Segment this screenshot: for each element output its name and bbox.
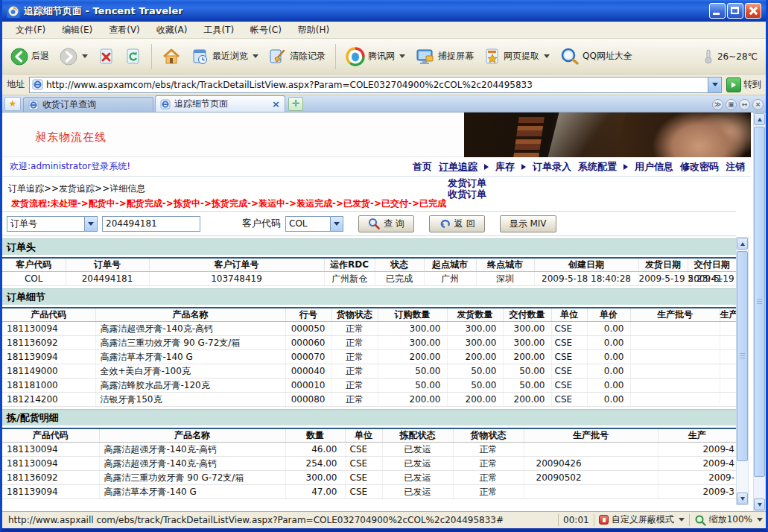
scroll-down-icon[interactable] [754, 498, 765, 510]
table-cell: 181181000 [2, 379, 95, 393]
nav-order-tracking[interactable]: 订单追踪 [439, 160, 477, 174]
forward-button[interactable] [56, 45, 92, 68]
table-cell: 181149000 [2, 364, 95, 379]
back-icon [10, 48, 28, 66]
recent-browse-button[interactable]: 最近浏览 [188, 45, 262, 68]
site-brand: 昶东物流在线 [35, 130, 107, 145]
new-tab-button[interactable]: ✛ [288, 97, 303, 111]
status-timer: 00:01 [563, 515, 589, 525]
tab-receive-order-query[interactable]: 收货订单查询 [23, 97, 153, 112]
column-header: 产品代码 [2, 428, 99, 443]
recent-dropdown-icon[interactable] [253, 54, 258, 58]
address-dropdown-icon[interactable] [708, 77, 721, 92]
query-button[interactable]: 查 询 [358, 215, 414, 232]
toolbar-separator [151, 44, 152, 69]
return-button[interactable]: 返 回 [429, 215, 485, 232]
tab-track-detail-page[interactable]: 追踪细节页面 × [155, 95, 285, 112]
address-input-box[interactable] [29, 77, 722, 93]
close-button[interactable] [745, 3, 761, 19]
table-cell: CSE [551, 322, 587, 336]
menu-favorites[interactable]: 收藏(A) [149, 22, 195, 38]
menu-account[interactable]: 帐号(C) [243, 22, 289, 38]
table-cell: 高露洁超强牙膏-140克-高钙 [99, 443, 285, 457]
clear-history-button[interactable]: 清除记录 [265, 45, 329, 68]
title-bar[interactable]: 追踪细节页面 - Tencent Traveler [2, 0, 766, 22]
tab-page-icon [28, 100, 39, 110]
nav-logout[interactable]: 注销 [726, 160, 745, 174]
page-extract-button[interactable]: 网页提取 [480, 45, 553, 68]
scrollbar-thumb[interactable] [737, 251, 748, 461]
table-cell [720, 350, 736, 364]
page-scrollbar[interactable] [753, 113, 766, 511]
nav-arrow-icon [484, 164, 489, 170]
select-dropdown-icon[interactable] [84, 217, 97, 231]
table-cell [630, 379, 720, 393]
menu-file[interactable]: 文件(F) [8, 22, 53, 38]
tab-close-icon[interactable]: × [272, 98, 280, 110]
extract-dropdown-icon[interactable] [544, 54, 550, 58]
nav-user-info[interactable]: 用户信息 [635, 160, 673, 174]
weather-label: 26~28℃ [717, 51, 758, 62]
show-miv-button[interactable]: 显示 MIV [500, 215, 556, 232]
zoom-dropdown-icon[interactable] [757, 518, 763, 522]
customer-code-select[interactable]: COL [285, 216, 343, 232]
nav-change-password[interactable]: 修改密码 [680, 160, 719, 174]
menu-edit[interactable]: 编辑(E) [54, 22, 100, 38]
forward-dropdown-icon[interactable] [82, 54, 88, 58]
nav-inventory[interactable]: 库存 [495, 160, 515, 174]
go-button[interactable]: 转到 [726, 77, 761, 93]
table-cell: 2009- [658, 471, 736, 485]
scroll-up-icon[interactable] [737, 238, 748, 250]
order-number-input[interactable] [102, 216, 200, 232]
tab-restore-icon[interactable]: ▣ [726, 99, 737, 110]
address-label: 地址 [7, 78, 25, 91]
frame-scrollbar[interactable] [736, 237, 749, 505]
tencent-dropdown-icon[interactable] [399, 54, 405, 58]
tab-expand-icon[interactable]: ↔ [739, 99, 750, 110]
home-button[interactable] [158, 45, 185, 68]
page-extract-icon [484, 48, 501, 66]
submenu-ship-order[interactable]: 发货订单 [448, 178, 486, 189]
table-cell: 正常 [331, 350, 378, 364]
qq-sites-button[interactable]: QQ网址大全 [556, 45, 636, 69]
customer-code-label: 客户代码 [242, 217, 281, 230]
table-row: COL204494181103748419广州新仓已完成广州深圳2009-5-1… [2, 272, 736, 286]
table-cell: 181139094 [2, 485, 99, 499]
refresh-button[interactable] [121, 45, 145, 68]
table-cell: 50.00 [378, 379, 447, 393]
block-mode-dropdown-icon[interactable] [679, 518, 685, 522]
submenu-receive-order[interactable]: 收货订单 [448, 189, 486, 200]
address-input[interactable] [46, 78, 708, 92]
return-label: 返 回 [454, 218, 475, 230]
select-dropdown-icon[interactable] [330, 217, 343, 231]
table-cell: 广州新仓 [324, 272, 375, 286]
capture-screen-button[interactable]: 捕捉屏幕 [412, 45, 477, 68]
search-field-select[interactable]: 订单号 [7, 216, 98, 232]
menu-tools[interactable]: 工具(T) [196, 22, 241, 38]
zoom-control[interactable]: 缩放100% [694, 513, 763, 526]
tab-list-chevrons-icon[interactable]: ≫ [712, 99, 723, 110]
stop-button[interactable] [95, 45, 118, 68]
back-button[interactable]: 后退 [7, 45, 53, 68]
nav-home[interactable]: 首页 [413, 160, 432, 174]
table-row: 181181000高露洁蜂胶水晶牙膏-120克000010正常50.0050.0… [2, 379, 736, 393]
table-cell: 200.00 [503, 350, 551, 364]
nav-order-entry[interactable]: 订单录入 [533, 160, 571, 174]
tab-close-all-icon[interactable]: × [752, 99, 764, 110]
table-cell: 181214200 [2, 393, 95, 407]
maximize-button[interactable] [727, 3, 743, 19]
scroll-up-icon[interactable] [754, 113, 765, 125]
menu-view[interactable]: 查看(V) [101, 22, 147, 38]
menu-help[interactable]: 帮助(H) [291, 22, 337, 38]
block-mode-control[interactable]: 自定义屏蔽模式 [599, 513, 685, 526]
block-mode-icon [599, 515, 609, 525]
nav-system-config[interactable]: 系统配置 [578, 160, 617, 174]
table-cell: 181130094 [2, 457, 99, 471]
tencent-site-button[interactable]: 腾讯网 [342, 45, 409, 69]
browser-window: 追踪细节页面 - Tencent Traveler 文件(F) 编辑(E) 查看… [0, 0, 768, 532]
scroll-down-icon[interactable] [737, 493, 748, 504]
table-row: 181136092高露洁三重功效牙膏 90 G-72支/箱000060正常300… [2, 336, 736, 350]
scrollbar-thumb[interactable] [754, 127, 765, 477]
minimize-button[interactable] [709, 3, 726, 19]
favorites-star-icon[interactable]: ★ [4, 97, 21, 111]
